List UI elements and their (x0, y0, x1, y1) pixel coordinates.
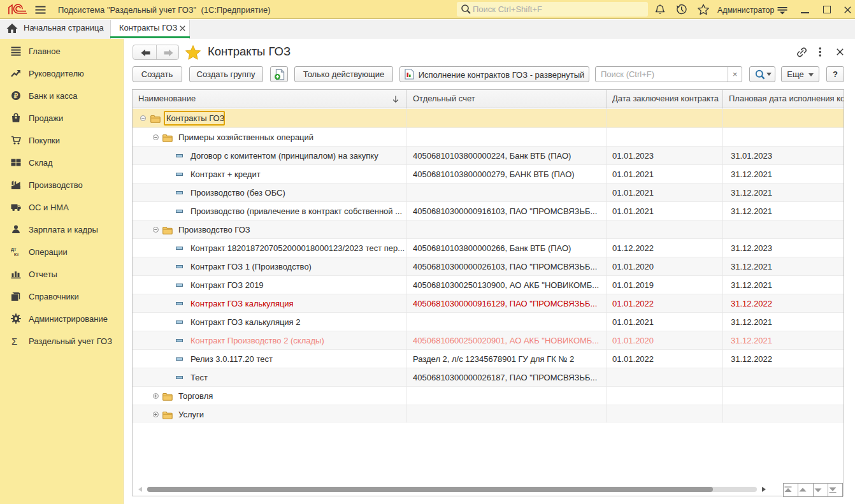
svg-text:Дт: Дт (11, 247, 17, 252)
svg-text:Кт: Кт (14, 252, 19, 257)
svg-text:Σ: Σ (11, 336, 17, 346)
svg-text:₽: ₽ (14, 92, 18, 99)
